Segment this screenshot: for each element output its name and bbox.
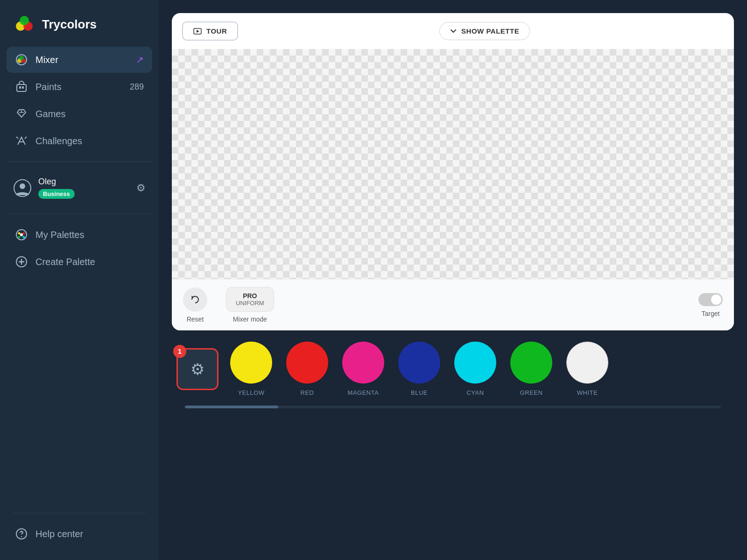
palette-settings-button[interactable]: 1 ⚙ xyxy=(176,348,218,390)
create-palette-label: Create Palette xyxy=(35,257,95,267)
trend-icon: ↗ xyxy=(136,54,144,65)
palette-nav: My Palettes Create Palette xyxy=(0,222,159,275)
reset-control: Reset xyxy=(183,287,207,323)
svg-point-19 xyxy=(20,233,23,236)
palette-settings-item: 1 ⚙ xyxy=(172,348,223,390)
color-circle-yellow xyxy=(230,342,272,384)
svg-marker-28 xyxy=(197,30,199,33)
sidebar-item-help[interactable]: Help center xyxy=(7,521,152,547)
color-palette-strip: 1 ⚙ YELLOW RED MAGENTA BLUE CYAN GREEN xyxy=(172,330,734,406)
challenges-icon xyxy=(15,134,28,147)
mixer-mode-label: Mixer mode xyxy=(233,315,267,323)
nav-divider-2 xyxy=(7,214,152,214)
svg-point-6 xyxy=(19,56,24,60)
show-palette-button[interactable]: SHOW PALETTE xyxy=(439,22,530,40)
mixer-mode-control: PRO UNIFORM Mixer mode xyxy=(226,287,274,323)
paints-badge: 289 xyxy=(130,82,144,92)
color-name-blue: BLUE xyxy=(411,389,428,396)
target-label: Target xyxy=(702,310,720,317)
svg-point-2 xyxy=(20,16,29,25)
svg-line-10 xyxy=(16,137,18,139)
color-item-cyan[interactable]: CYAN xyxy=(447,342,503,396)
nav-divider-1 xyxy=(7,161,152,162)
reset-icon xyxy=(190,294,200,305)
user-plan-badge: Business xyxy=(38,189,75,199)
sidebar-item-create-palette[interactable]: Create Palette xyxy=(7,249,152,275)
color-name-green: GREEN xyxy=(520,389,543,396)
canvas-drawing-area[interactable] xyxy=(172,49,734,279)
color-circle-green xyxy=(510,342,552,384)
svg-rect-9 xyxy=(22,86,24,89)
chevron-down-icon xyxy=(450,28,457,35)
color-circle-red xyxy=(286,342,328,384)
sidebar-item-mixer-label: Mixer xyxy=(35,55,58,65)
canvas-toolbar: TOUR SHOW PALETTE xyxy=(172,13,734,49)
mixer-mode-top: PRO xyxy=(236,292,264,300)
user-info: Oleg Business xyxy=(38,177,75,199)
sidebar-item-paints[interactable]: Paints 289 xyxy=(7,74,152,100)
tour-label: TOUR xyxy=(206,27,227,35)
logo-area: Trycolors xyxy=(0,0,159,47)
sidebar-item-games[interactable]: Games xyxy=(7,101,152,127)
color-circle-blue xyxy=(398,342,440,384)
app-title: Trycolors xyxy=(42,17,97,32)
svg-point-17 xyxy=(18,236,21,238)
svg-rect-7 xyxy=(17,84,26,91)
color-circle-cyan xyxy=(454,342,496,384)
color-item-green[interactable]: GREEN xyxy=(503,342,559,396)
color-circle-white xyxy=(566,342,608,384)
svg-rect-8 xyxy=(19,86,21,89)
color-item-white[interactable]: WHITE xyxy=(559,342,615,396)
canvas-container: TOUR SHOW PALETTE Reset xyxy=(172,13,734,330)
create-palette-icon xyxy=(15,255,28,268)
user-settings-button[interactable]: ⚙ xyxy=(136,182,146,194)
paints-icon xyxy=(15,80,28,93)
games-icon xyxy=(15,107,28,120)
show-palette-label: SHOW PALETTE xyxy=(461,27,519,35)
user-avatar xyxy=(13,179,32,197)
svg-point-26 xyxy=(21,536,22,537)
help-label: Help center xyxy=(35,529,83,539)
color-item-magenta[interactable]: MAGENTA xyxy=(335,342,391,396)
user-name: Oleg xyxy=(38,177,75,187)
svg-point-18 xyxy=(23,236,25,238)
tour-icon xyxy=(193,28,202,35)
user-section: Oleg Business ⚙ xyxy=(0,169,159,206)
reset-button[interactable] xyxy=(183,287,207,312)
color-name-yellow: YELLOW xyxy=(238,389,264,396)
color-name-magenta: MAGENTA xyxy=(348,389,379,396)
color-name-red: RED xyxy=(301,389,314,396)
my-palettes-label: My Palettes xyxy=(35,230,84,240)
scrollbar-area xyxy=(172,406,734,418)
svg-point-13 xyxy=(20,183,25,189)
svg-line-11 xyxy=(25,137,27,139)
sidebar-bottom: Help center xyxy=(0,505,159,560)
main-nav: Mixer ↗ Paints 289 xyxy=(0,47,159,154)
color-item-blue[interactable]: BLUE xyxy=(391,342,447,396)
main-content: TOUR SHOW PALETTE Reset xyxy=(159,0,747,560)
sidebar-item-games-label: Games xyxy=(35,109,65,119)
color-name-cyan: CYAN xyxy=(466,389,484,396)
mixer-mode-bottom: UNIFORM xyxy=(236,300,264,307)
logo-icon xyxy=(13,13,35,35)
sidebar-item-challenges-label: Challenges xyxy=(35,136,82,147)
sidebar-item-paints-label: Paints xyxy=(35,82,62,92)
scrollbar-track[interactable] xyxy=(185,406,721,408)
color-name-white: WHITE xyxy=(577,389,598,396)
scrollbar-thumb[interactable] xyxy=(185,406,278,408)
settings-badge: 1 xyxy=(173,345,186,358)
mixer-mode-button[interactable]: PRO UNIFORM xyxy=(226,287,274,312)
sidebar-item-challenges[interactable]: Challenges xyxy=(7,128,152,154)
target-section: Target xyxy=(698,293,723,317)
color-item-yellow[interactable]: YELLOW xyxy=(223,342,279,396)
reset-label: Reset xyxy=(187,315,204,323)
sidebar-item-my-palettes[interactable]: My Palettes xyxy=(7,222,152,248)
color-item-red[interactable]: RED xyxy=(279,342,335,396)
nav-divider-3 xyxy=(13,513,146,513)
tour-button[interactable]: TOUR xyxy=(182,21,238,41)
canvas-controls-bar: Reset PRO UNIFORM Mixer mode Target xyxy=(172,279,734,330)
mixer-icon xyxy=(15,53,28,66)
palette-icon xyxy=(15,228,28,241)
sidebar-item-mixer[interactable]: Mixer ↗ xyxy=(7,47,152,73)
target-toggle[interactable] xyxy=(698,293,723,306)
